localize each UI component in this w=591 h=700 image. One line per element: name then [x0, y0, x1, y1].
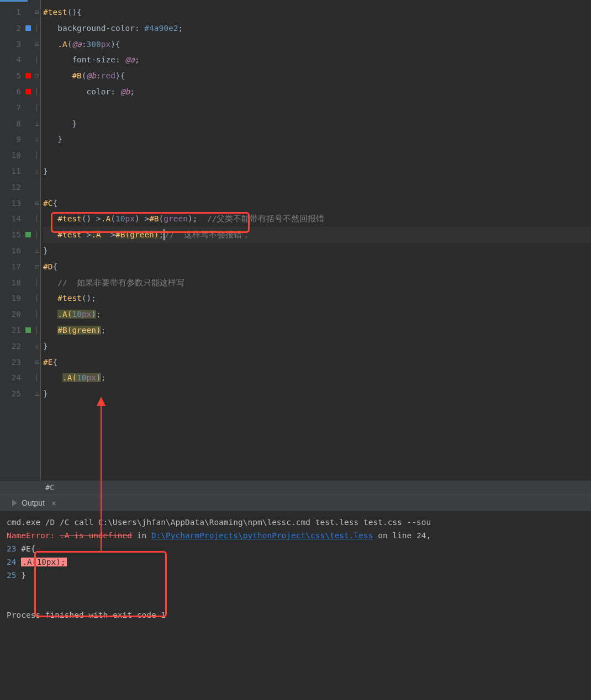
console-exit-line: Process finished with exit code 1 — [7, 608, 584, 622]
close-icon[interactable]: ✕ — [51, 499, 56, 507]
breadcrumb[interactable]: #C — [0, 480, 591, 495]
console-error-line: NameError: .A is undefined in D:\Pycharm… — [7, 529, 584, 542]
tab-indicator — [0, 0, 28, 2]
play-icon — [12, 500, 17, 506]
console-context-24: 24 .A(10px); — [7, 555, 584, 569]
line-gutter: 1 2 3 4 5 6 7 8 9 10 11 12 13 14 15 16 1… — [0, 0, 33, 480]
console-context-23: 23 #E{ — [7, 542, 584, 555]
console-context-25: 25 } — [7, 569, 584, 582]
annotation-arrow — [101, 397, 102, 551]
output-panel-header[interactable]: Output ✕ — [0, 495, 591, 511]
output-title: Output — [22, 499, 45, 507]
error-file-link[interactable]: D:\PycharmProjects\pythonProject\css\tes… — [151, 531, 373, 540]
code-editor[interactable]: 1 2 3 4 5 6 7 8 9 10 11 12 13 14 15 16 1… — [0, 0, 591, 480]
code-area[interactable]: #test(){ background-color: #4a90e2; .A(@… — [41, 0, 591, 480]
fold-column[interactable]: ⊟│⊟│⊟││⊥⊥│⊥⊟││⊥⊟││││⊥⊟│⊥ — [33, 0, 41, 480]
console-cmd-line: cmd.exe /D /C call C:\Users\jhfan\AppDat… — [7, 516, 584, 529]
output-console[interactable]: cmd.exe /D /C call C:\Users\jhfan\AppDat… — [0, 511, 591, 626]
